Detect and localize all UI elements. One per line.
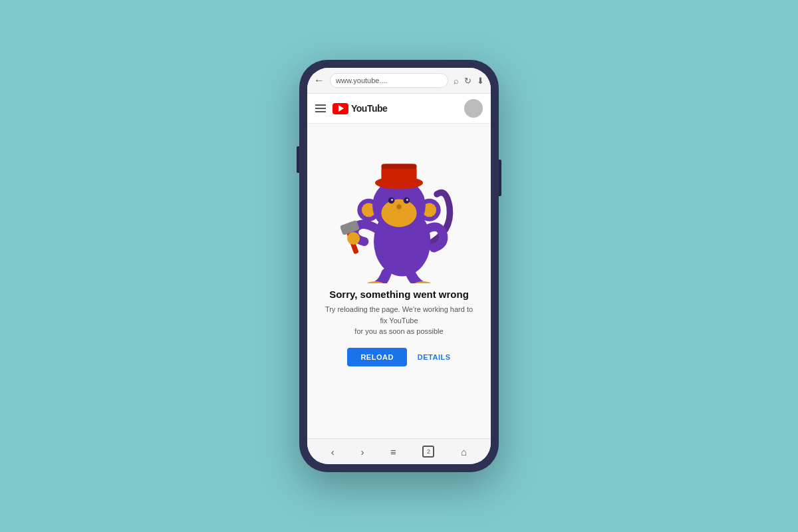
browser-address-bar: ← www.youtube.... ⌕ ↻ ⬇ bbox=[307, 68, 491, 94]
address-input[interactable]: www.youtube.... bbox=[330, 73, 448, 88]
svg-point-19 bbox=[347, 232, 360, 245]
youtube-play-icon bbox=[332, 103, 348, 114]
reload-button[interactable]: RELOAD bbox=[347, 348, 406, 366]
browser-back-button[interactable]: ← bbox=[314, 74, 325, 86]
youtube-logo[interactable]: YouTube bbox=[332, 103, 387, 114]
nav-home-button[interactable]: ⌂ bbox=[461, 446, 467, 458]
error-actions: RELOAD DETAILS bbox=[347, 348, 450, 366]
nav-menu-button[interactable]: ≡ bbox=[390, 446, 396, 458]
browser-download-icon[interactable]: ⬇ bbox=[477, 76, 484, 86]
hamburger-menu[interactable] bbox=[315, 104, 326, 112]
browser-bottom-nav: ‹ › ≡ 2 ⌂ bbox=[307, 438, 491, 464]
details-button[interactable]: DETAILS bbox=[418, 353, 451, 361]
error-title: Sorry, something went wrong bbox=[329, 289, 469, 300]
user-avatar[interactable] bbox=[464, 99, 483, 118]
svg-point-6 bbox=[381, 200, 416, 227]
phone-screen: ← www.youtube.... ⌕ ↻ ⬇ YouTube bbox=[307, 68, 491, 464]
phone-frame: ← www.youtube.... ⌕ ↻ ⬇ YouTube bbox=[299, 60, 499, 472]
nav-tabs-button[interactable]: 2 bbox=[422, 446, 434, 458]
monkey-illustration bbox=[336, 130, 462, 283]
svg-point-10 bbox=[406, 199, 408, 201]
youtube-logo-text: YouTube bbox=[351, 103, 387, 114]
browser-reload-icon[interactable]: ↻ bbox=[464, 76, 471, 86]
browser-search-icon[interactable]: ⌕ bbox=[454, 76, 459, 86]
svg-rect-14 bbox=[381, 164, 416, 169]
youtube-header: YouTube bbox=[307, 94, 491, 124]
nav-back-button[interactable]: ‹ bbox=[331, 446, 334, 458]
svg-point-11 bbox=[396, 204, 402, 209]
browser-action-icons: ⌕ ↻ ⬇ bbox=[454, 76, 484, 86]
svg-point-9 bbox=[391, 199, 393, 201]
youtube-header-left: YouTube bbox=[315, 103, 387, 114]
nav-forward-button[interactable]: › bbox=[360, 446, 364, 458]
error-subtitle: Try reloading the page. We're working ha… bbox=[321, 304, 477, 337]
error-content: Sorry, something went wrong Try reloadin… bbox=[307, 124, 491, 438]
